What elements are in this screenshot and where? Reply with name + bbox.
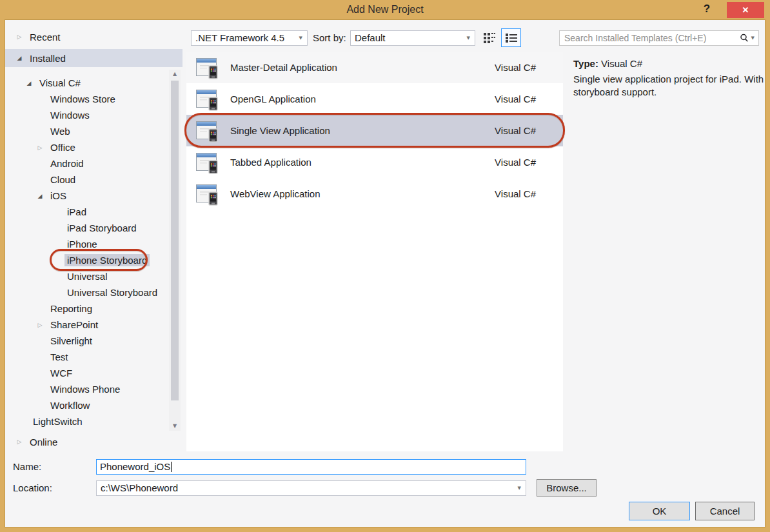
tree-item-universal-storyboard[interactable]: Universal Storyboard	[5, 284, 166, 300]
annotation-highlight-single-view	[184, 113, 565, 148]
tree-item-sharepoint[interactable]: ▷ SharePoint	[5, 317, 166, 333]
template-language: Visual C#	[495, 94, 536, 104]
annotation-highlight-iphone-storyboard	[50, 249, 148, 271]
template-language: Visual C#	[495, 157, 536, 168]
list-view-icon	[505, 33, 518, 43]
chevron-expanded-icon[interactable]: ◢	[34, 193, 46, 199]
application-template-icon	[194, 150, 220, 175]
template-language: Visual C#	[495, 62, 536, 73]
tree-item-lightswitch[interactable]: LightSwitch	[5, 413, 166, 429]
chevron-collapsed-icon[interactable]: ▷	[34, 322, 46, 328]
help-button[interactable]: ?	[698, 0, 716, 18]
close-button[interactable]: ✕	[727, 2, 764, 18]
tree-item-silverlight[interactable]: Silverlight	[5, 333, 166, 349]
application-template-icon	[194, 55, 220, 81]
tree-item-visual-csharp[interactable]: ◢ Visual C#	[5, 75, 166, 91]
chevron-down-icon: ▼	[299, 31, 302, 45]
chevron-collapsed-icon[interactable]: ▷	[13, 34, 26, 40]
sort-by-value: Default	[355, 32, 386, 43]
template-name: WebView Application	[230, 188, 495, 199]
tree-item-windows-store[interactable]: Windows Store	[5, 91, 166, 107]
scroll-down-icon[interactable]: ▼	[169, 422, 181, 431]
sidebar-item-label: Online	[30, 437, 57, 448]
template-language: Visual C#	[495, 188, 536, 199]
tree-item-cloud[interactable]: Cloud	[5, 172, 166, 188]
template-row-tabbed[interactable]: Tabbed Application Visual C#	[186, 146, 563, 178]
sort-by-label: Sort by:	[313, 30, 346, 46]
search-placeholder: Search Installed Templates (Ctrl+E)	[560, 33, 740, 43]
location-value: c:\WS\Phoneword	[101, 482, 178, 493]
template-list: Master-Detail Application Visual C# Open…	[186, 52, 563, 451]
framework-version-value: .NET Framework 4.5	[195, 32, 284, 43]
text-caret	[171, 462, 172, 472]
chevron-expanded-icon[interactable]: ◢	[13, 55, 26, 61]
template-name: OpenGL Application	[230, 94, 495, 104]
template-row-master-detail[interactable]: Master-Detail Application Visual C#	[186, 52, 563, 83]
template-description: Single view application project for iPad…	[573, 73, 767, 99]
sidebar-item-label: Installed	[30, 53, 66, 64]
sidebar-item-installed[interactable]: ◢ Installed	[5, 49, 183, 67]
small-icons-view-button[interactable]	[481, 30, 498, 46]
template-name: Master-Detail Application	[230, 62, 495, 73]
tree-item-android[interactable]: Android	[5, 155, 166, 172]
template-row-opengl[interactable]: OpenGL Application Visual C#	[186, 83, 563, 115]
tree-item-office[interactable]: ▷ Office	[5, 139, 166, 155]
location-label: Location:	[13, 480, 52, 496]
location-select[interactable]: c:\WS\Phoneword ▼	[96, 480, 526, 496]
chevron-down-icon: ▼	[518, 481, 521, 495]
application-template-icon	[194, 86, 220, 112]
list-view-button[interactable]	[501, 28, 521, 47]
type-value: Visual C#	[601, 58, 642, 69]
tree-item-windows[interactable]: Windows	[5, 107, 166, 123]
sidebar-item-recent[interactable]: ▷ Recent	[5, 28, 168, 45]
template-type-line: Type: Visual C#	[573, 58, 642, 69]
sidebar-item-label: Recent	[30, 32, 61, 43]
search-icon	[740, 34, 749, 43]
tree-item-reporting[interactable]: Reporting	[5, 300, 166, 317]
tree-item-ipad[interactable]: iPad	[5, 204, 166, 220]
tree-item-workflow[interactable]: Workflow	[5, 397, 166, 413]
small-icons-view-icon	[484, 32, 495, 44]
cancel-button[interactable]: Cancel	[695, 502, 755, 520]
scroll-up-icon[interactable]: ▲	[169, 70, 181, 79]
type-label: Type:	[573, 58, 598, 69]
search-input[interactable]: Search Installed Templates (Ctrl+E) ▼	[559, 30, 759, 46]
scrollbar-thumb[interactable]	[171, 81, 179, 400]
chevron-expanded-icon[interactable]: ◢	[23, 80, 35, 86]
sort-by-select[interactable]: Default ▼	[350, 30, 475, 46]
add-new-project-dialog: Add New Project ? ✕ ▷ Recent ◢ Installed…	[0, 0, 770, 532]
tree-item-wcf[interactable]: WCF	[5, 365, 166, 381]
template-name: Tabbed Application	[230, 157, 495, 168]
tree-item-web[interactable]: Web	[5, 123, 166, 139]
sidebar-item-online[interactable]: ▷ Online	[5, 433, 168, 450]
chevron-down-icon[interactable]: ▼	[751, 35, 755, 41]
title-bar[interactable]: Add New Project ? ✕	[0, 0, 770, 19]
chevron-collapsed-icon[interactable]: ▷	[13, 438, 26, 445]
dialog-title: Add New Project	[0, 0, 770, 19]
template-row-webview[interactable]: WebView Application Visual C#	[186, 178, 563, 210]
tree-item-test[interactable]: Test	[5, 349, 166, 365]
name-value: Phoneword_iOS	[100, 461, 170, 472]
chevron-collapsed-icon[interactable]: ▷	[34, 144, 46, 151]
tree-item-ios[interactable]: ◢ iOS	[5, 188, 166, 204]
tree-item-windows-phone[interactable]: Windows Phone	[5, 381, 166, 397]
application-template-icon	[194, 181, 220, 207]
tree-item-ipad-storyboard[interactable]: iPad Storyboard	[5, 220, 166, 236]
name-input[interactable]: Phoneword_iOS	[96, 459, 526, 475]
framework-version-select[interactable]: .NET Framework 4.5 ▼	[191, 30, 308, 46]
chevron-down-icon: ▼	[467, 31, 470, 45]
tree-scrollbar[interactable]: ▲ ▼	[169, 70, 181, 431]
browse-button[interactable]: Browse...	[537, 479, 597, 497]
name-label: Name:	[13, 459, 41, 475]
ok-button[interactable]: OK	[629, 502, 690, 520]
